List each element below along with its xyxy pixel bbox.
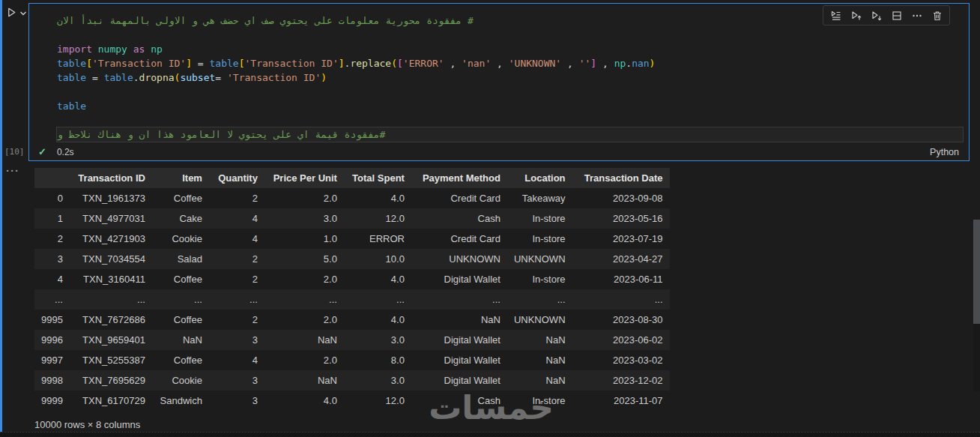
- code-token: 'nan': [462, 58, 491, 69]
- code-editor[interactable]: الان‎ نبدأ‎ بالمهمة‎ الاولى‎ و‎ هي‎ حضف‎…: [57, 13, 963, 142]
- table-cell: Coffee: [152, 350, 209, 370]
- table-cell: ...: [507, 289, 572, 310]
- cell-focus-bar: [0, 0, 2, 437]
- code-line: import numpy as np: [57, 42, 963, 56]
- code-token: 'Transaction ID': [227, 72, 321, 83]
- table-cell: TXN_7695629: [70, 370, 152, 391]
- table-cell: Credit Card: [411, 229, 507, 249]
- code-token: numpy: [98, 43, 127, 55]
- column-header: Total Spent: [344, 168, 411, 188]
- code-token: ]: [339, 58, 345, 69]
- code-line: [57, 28, 963, 42]
- code-token: ]: [186, 58, 192, 69]
- run-cell-button[interactable]: [6, 6, 31, 21]
- table-cell: 5.0: [264, 249, 344, 269]
- table-cell: 2023-07-19: [572, 229, 670, 249]
- table-cell: 2: [209, 269, 264, 289]
- table-cell: 2: [209, 188, 264, 208]
- play-icon: [6, 7, 17, 21]
- column-header: Payment Method: [411, 168, 507, 188]
- table-cell: 2023-04-27: [572, 249, 670, 269]
- table-cell: 3: [34, 249, 70, 269]
- table-row: 0TXN_1961373Coffee22.04.0Credit CardTake…: [34, 188, 670, 208]
- code-token: import: [57, 43, 92, 55]
- code-token: ,: [596, 58, 614, 69]
- table-cell: UNKNOWN: [507, 310, 572, 330]
- table-cell: Digital Wallet: [411, 370, 507, 391]
- column-header: Location: [507, 168, 572, 188]
- table-cell: In-store: [507, 269, 572, 289]
- table-cell: UNKNOWN: [411, 249, 507, 269]
- table-cell: 2.0: [264, 350, 344, 370]
- table-cell: In-store: [507, 229, 572, 249]
- code-token: 'Transaction ID': [92, 58, 186, 69]
- code-token: as: [133, 43, 145, 55]
- code-token: .: [626, 58, 632, 69]
- table-cell: 2: [209, 249, 264, 269]
- column-header: [34, 168, 70, 188]
- table-cell: 10.0: [344, 249, 411, 269]
- table-cell: ...: [34, 289, 70, 310]
- table-cell: 3.0: [344, 330, 411, 350]
- language-picker[interactable]: Python: [930, 147, 959, 157]
- table-cell: Cash: [411, 208, 507, 229]
- table-row: 4TXN_3160411Coffee22.04.0Digital WalletI…: [34, 269, 670, 289]
- code-token: =: [215, 72, 227, 83]
- execution-count: [10]: [4, 147, 25, 157]
- code-token: '': [579, 58, 591, 69]
- output-options-button[interactable]: ···: [6, 164, 19, 177]
- dataframe-output: Transaction IDItemQuantityPrice Per Unit…: [34, 168, 670, 430]
- column-header: Transaction ID: [70, 168, 152, 188]
- scrollbar-thumb[interactable]: [973, 220, 980, 324]
- table-cell: ERROR: [344, 229, 411, 249]
- table-cell: Digital Wallet: [411, 350, 507, 370]
- table-cell: 2023-09-08: [572, 188, 670, 208]
- table-cell: NaN: [264, 370, 344, 391]
- table-cell: NaN: [507, 350, 572, 370]
- chevron-down-icon: [19, 7, 27, 20]
- code-token: 'UNKNOWN': [509, 58, 561, 69]
- column-header: Price Per Unit: [264, 168, 344, 188]
- code-token: ]: [590, 58, 596, 69]
- table-row: 9995TXN_7672686Coffee22.04.0NaNUNKNOWN20…: [34, 310, 670, 330]
- table-cell: ...: [264, 289, 344, 310]
- code-token: nan: [632, 58, 649, 69]
- table-cell: 4: [209, 208, 264, 229]
- table-cell: 4: [209, 229, 264, 249]
- table-cell: Salad: [152, 249, 209, 269]
- code-token: table: [57, 100, 86, 112]
- code-token: np: [614, 58, 626, 69]
- table-cell: 4.0: [264, 391, 344, 411]
- code-token: ,: [444, 58, 462, 69]
- table-cell: 2.0: [264, 310, 344, 330]
- code-token: [: [397, 58, 403, 69]
- notebook-code-cell[interactable]: الان‎ نبدأ‎ بالمهمة‎ الاولى‎ و‎ هي‎ حضف‎…: [28, 3, 970, 161]
- table-cell: ...: [572, 289, 670, 310]
- table-cell: Coffee: [152, 188, 209, 208]
- table-cell: Digital Wallet: [411, 269, 507, 289]
- code-line: [57, 85, 963, 99]
- table-cell: Cookie: [152, 229, 209, 249]
- code-token: table: [210, 58, 239, 69]
- table-cell: NaN: [264, 330, 344, 350]
- table-cell: Coffee: [152, 310, 209, 330]
- code-comment-line: و‎ نلاحظ‎ هناك‎ و‎ ان‎ هذا‎ العامود‎ لا‎…: [57, 127, 963, 142]
- table-cell: TXN_4271903: [70, 229, 152, 249]
- table-row: 1TXN_4977031Cake43.012.0CashIn-store2023…: [34, 208, 670, 229]
- table-cell: TXN_1961373: [70, 188, 152, 208]
- table-cell: TXN_4977031: [70, 208, 152, 229]
- code-token: dropna: [139, 72, 175, 83]
- code-token: ): [321, 72, 327, 83]
- table-row: 9999TXN_6170729Sandwich34.012.0CashIn-st…: [34, 391, 670, 411]
- column-header: Transaction Date: [572, 168, 670, 188]
- table-cell: 12.0: [344, 391, 411, 411]
- table-cell: 9998: [34, 370, 70, 391]
- table-cell: 3: [209, 370, 264, 391]
- code-token: ): [650, 58, 656, 69]
- cell-footer: ✓ 0.2s Python: [29, 143, 969, 160]
- table-row: 9997TXN_5255387Coffee42.08.0Digital Wall…: [34, 350, 670, 370]
- table-cell: 2023-12-02: [572, 370, 670, 391]
- column-header: Quantity: [209, 168, 264, 188]
- table-cell: 9997: [34, 350, 70, 370]
- table-cell: Digital Wallet: [411, 330, 507, 350]
